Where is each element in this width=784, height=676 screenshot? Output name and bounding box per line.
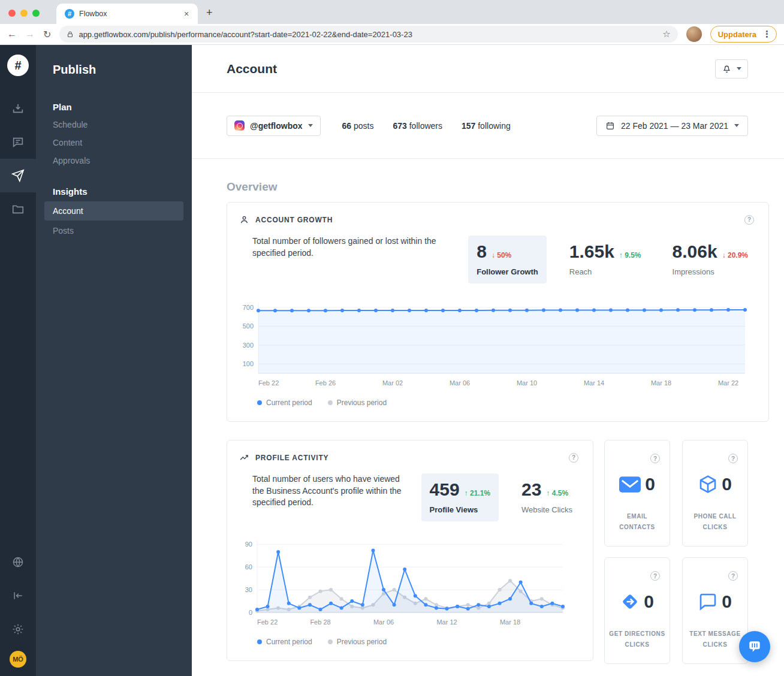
card-title: ACCOUNT GROWTH — [255, 216, 333, 224]
metric-profile-views: 459 21.1% Profile Views — [421, 473, 499, 521]
chart-legend: Current period Previous period — [257, 399, 768, 407]
icon-rail: # MÖ — [0, 45, 36, 676]
svg-text:500: 500 — [243, 322, 254, 330]
help-icon[interactable] — [569, 453, 578, 463]
legend-previous-period[interactable]: Previous period — [328, 638, 387, 646]
action-label: TEXT MESSAGE CLICKS — [686, 629, 744, 650]
profile-activity-chart: 0306090Feb 22Feb 28Mar 06Mar 12Mar 18 — [236, 536, 593, 630]
action-label: EMAIL CONTACTS — [608, 511, 666, 533]
chevron-down-icon — [308, 124, 313, 127]
account-select[interactable]: @getflowbox — [227, 116, 321, 136]
metric-value: 8 — [477, 243, 487, 261]
globe-icon — [12, 556, 24, 568]
svg-text:Mar 22: Mar 22 — [718, 379, 738, 387]
rail-item-collapse[interactable] — [0, 579, 36, 612]
chart-legend: Current period Previous period — [257, 638, 593, 646]
browser-update-button[interactable]: Uppdatera ⋮ — [710, 26, 777, 43]
svg-text:300: 300 — [243, 342, 254, 349]
followers-stat: 673 followers — [393, 121, 442, 131]
svg-text:Feb 22: Feb 22 — [258, 379, 279, 387]
minimize-window-button[interactable] — [20, 10, 28, 17]
bookmark-star-icon[interactable]: ☆ — [662, 29, 670, 40]
new-tab-button[interactable]: + — [206, 7, 213, 19]
metric-delta: 20.9% — [722, 251, 748, 259]
sidebar-heading-plan: Plan — [36, 98, 192, 116]
current-period-dot — [257, 639, 262, 644]
zoom-window-button[interactable] — [32, 10, 40, 17]
sidebar-heading-insights: Insights — [36, 183, 192, 200]
svg-text:Mar 12: Mar 12 — [436, 618, 457, 626]
date-range-picker[interactable]: 22 Feb 2021 — 23 Mar 2021 — [596, 116, 748, 136]
metric-delta: 21.1% — [465, 489, 490, 497]
reload-icon[interactable]: ↻ — [43, 29, 51, 40]
user-avatar[interactable]: MÖ — [10, 651, 26, 668]
close-window-button[interactable] — [8, 10, 16, 17]
tab-close-icon[interactable]: × — [181, 8, 192, 19]
get-directions-clicks-card: 0 GET DIRECTIONS CLICKS — [604, 557, 670, 664]
main-area: Account @getflowbox 66 posts 673 followe… — [192, 45, 784, 676]
current-period-dot — [257, 400, 262, 405]
legend-previous-period[interactable]: Previous period — [328, 399, 387, 407]
account-stats: 66 posts 673 followers 157 following — [342, 121, 511, 131]
legend-current-period[interactable]: Current period — [257, 399, 312, 407]
metric-follower-growth: 8 50% Follower Growth — [468, 236, 547, 283]
sidebar-item-posts[interactable]: Posts — [36, 222, 192, 240]
email-icon — [619, 476, 641, 493]
following-stat: 157 following — [462, 121, 511, 131]
card-title: PROFILE ACTIVITY — [255, 454, 328, 462]
flowbox-logo[interactable]: # — [7, 55, 29, 76]
sidebar-item-account[interactable]: Account — [44, 201, 183, 221]
rail-item-language[interactable] — [0, 545, 36, 579]
rail-item-library[interactable] — [0, 192, 36, 226]
svg-text:100: 100 — [243, 360, 254, 367]
back-icon[interactable]: ← — [7, 29, 17, 40]
browser-tab[interactable]: # Flowbox × — [56, 4, 198, 24]
help-icon[interactable] — [728, 571, 738, 581]
email-contacts-card: 0 EMAIL CONTACTS — [604, 440, 670, 547]
action-label: PHONE CALL CLICKS — [686, 511, 744, 533]
previous-period-dot — [328, 639, 333, 644]
url-omnibox[interactable]: app.getflowbox.com/publish/performance/a… — [59, 26, 677, 43]
rail-item-collect[interactable] — [0, 92, 36, 125]
rail-item-settings[interactable] — [0, 612, 36, 646]
help-icon[interactable] — [650, 454, 660, 463]
phone-call-icon — [698, 475, 717, 494]
action-value: 0 — [722, 474, 732, 494]
svg-text:Mar 10: Mar 10 — [517, 379, 537, 387]
rail-item-publish[interactable] — [0, 159, 36, 192]
trend-icon — [239, 452, 249, 463]
rail-item-moderate[interactable] — [0, 125, 36, 159]
svg-text:Mar 18: Mar 18 — [651, 379, 671, 387]
notifications-button[interactable] — [715, 59, 748, 79]
legend-current-period[interactable]: Current period — [257, 638, 312, 646]
forward-icon[interactable]: → — [25, 29, 35, 40]
sidebar-item-schedule[interactable]: Schedule — [36, 116, 192, 134]
action-label: GET DIRECTIONS CLICKS — [608, 629, 666, 650]
calendar-icon — [605, 121, 615, 131]
metric-value: 459 — [430, 481, 460, 499]
folder-icon — [11, 203, 25, 216]
bell-icon — [722, 64, 732, 74]
posts-stat: 66 posts — [342, 121, 374, 131]
metric-delta: 4.5% — [546, 489, 568, 497]
update-label: Uppdatera — [718, 30, 756, 39]
help-icon[interactable] — [728, 454, 738, 463]
page-title: Account — [227, 62, 277, 76]
help-icon[interactable] — [650, 571, 660, 581]
browser-profile-avatar[interactable] — [686, 26, 702, 42]
gear-icon — [12, 623, 24, 635]
sidebar-item-approvals[interactable]: Approvals — [36, 152, 192, 170]
chevron-down-icon — [737, 67, 741, 70]
svg-text:30: 30 — [245, 586, 252, 593]
svg-text:Feb 22: Feb 22 — [257, 618, 278, 626]
svg-text:Mar 02: Mar 02 — [382, 379, 403, 387]
url-text: app.getflowbox.com/publish/performance/a… — [79, 30, 658, 39]
metric-label: Reach — [569, 267, 641, 276]
help-icon[interactable] — [744, 215, 754, 225]
sidebar-item-content[interactable]: Content — [36, 134, 192, 152]
tab-strip: # Flowbox × + — [0, 0, 784, 24]
previous-period-dot — [328, 400, 333, 405]
card-description: Total number of users who have viewed th… — [252, 473, 403, 509]
browser-menu-icon[interactable]: ⋮ — [761, 29, 773, 40]
intercom-launcher[interactable] — [739, 631, 770, 662]
